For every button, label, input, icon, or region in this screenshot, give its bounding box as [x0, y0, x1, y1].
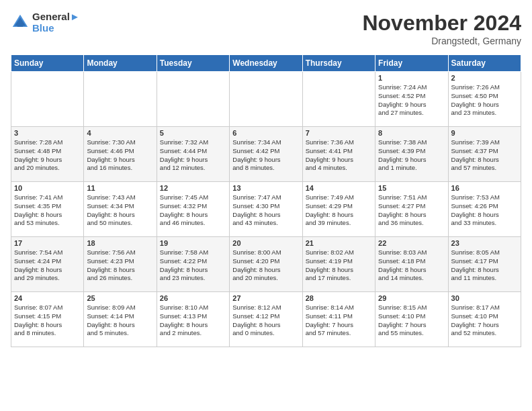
calendar-week-2: 3Sunrise: 7:28 AM Sunset: 4:48 PM Daylig…: [11, 127, 521, 182]
day-number: 19: [160, 239, 226, 247]
col-sunday: Sunday: [11, 55, 84, 72]
day-number: 24: [14, 294, 81, 302]
calendar-week-5: 24Sunrise: 8:07 AM Sunset: 4:15 PM Dayli…: [11, 292, 521, 347]
calendar-week-4: 17Sunrise: 7:54 AM Sunset: 4:24 PM Dayli…: [11, 237, 521, 292]
day-number: 18: [87, 239, 153, 247]
day-info: Sunrise: 7:30 AM Sunset: 4:46 PM Dayligh…: [87, 138, 153, 173]
calendar-cell: 2Sunrise: 7:26 AM Sunset: 4:50 PM Daylig…: [448, 72, 521, 127]
calendar-cell: 26Sunrise: 8:10 AM Sunset: 4:13 PM Dayli…: [157, 292, 229, 347]
day-number: 5: [160, 129, 226, 137]
day-info: Sunrise: 8:14 AM Sunset: 4:11 PM Dayligh…: [306, 304, 372, 338]
header-row: Sunday Monday Tuesday Wednesday Thursday…: [11, 55, 521, 72]
calendar-cell: 11Sunrise: 7:43 AM Sunset: 4:34 PM Dayli…: [84, 182, 157, 237]
title-block: November 2024 Drangstedt, Germany: [362, 11, 521, 46]
day-info: Sunrise: 7:47 AM Sunset: 4:30 PM Dayligh…: [232, 193, 299, 228]
day-info: Sunrise: 7:58 AM Sunset: 4:22 PM Dayligh…: [160, 248, 226, 283]
day-number: 29: [378, 294, 445, 302]
month-title: November 2024: [362, 11, 521, 36]
day-number: 10: [14, 184, 81, 192]
day-info: Sunrise: 7:36 AM Sunset: 4:41 PM Dayligh…: [306, 138, 372, 173]
calendar-cell: 25Sunrise: 8:09 AM Sunset: 4:14 PM Dayli…: [84, 292, 157, 347]
calendar-cell: 10Sunrise: 7:41 AM Sunset: 4:35 PM Dayli…: [11, 182, 84, 237]
day-number: 9: [451, 129, 518, 137]
day-info: Sunrise: 7:34 AM Sunset: 4:42 PM Dayligh…: [232, 138, 299, 173]
day-number: 12: [160, 184, 226, 192]
day-info: Sunrise: 8:09 AM Sunset: 4:14 PM Dayligh…: [87, 304, 153, 338]
day-number: 3: [14, 129, 81, 137]
day-number: 8: [378, 129, 445, 137]
col-thursday: Thursday: [302, 55, 375, 72]
day-number: 27: [232, 294, 299, 302]
day-number: 26: [160, 294, 226, 302]
day-number: 1: [378, 74, 445, 82]
calendar-cell: 5Sunrise: 7:32 AM Sunset: 4:44 PM Daylig…: [157, 127, 229, 182]
day-info: Sunrise: 8:03 AM Sunset: 4:18 PM Dayligh…: [378, 248, 445, 283]
calendar-cell: 28Sunrise: 8:14 AM Sunset: 4:11 PM Dayli…: [302, 292, 375, 347]
calendar-cell: 20Sunrise: 8:00 AM Sunset: 4:20 PM Dayli…: [230, 237, 302, 292]
col-saturday: Saturday: [448, 55, 521, 72]
calendar-cell: 16Sunrise: 7:53 AM Sunset: 4:26 PM Dayli…: [448, 182, 521, 237]
day-info: Sunrise: 8:12 AM Sunset: 4:12 PM Dayligh…: [232, 304, 299, 338]
col-wednesday: Wednesday: [230, 55, 302, 72]
day-number: 28: [306, 294, 372, 302]
page-header: General► Blue November 2024 Drangstedt, …: [11, 11, 521, 46]
svg-rect-2: [17, 23, 23, 27]
calendar-cell: 29Sunrise: 8:15 AM Sunset: 4:10 PM Dayli…: [375, 292, 448, 347]
calendar-cell: 19Sunrise: 7:58 AM Sunset: 4:22 PM Dayli…: [157, 237, 229, 292]
day-number: 15: [378, 184, 445, 192]
day-number: 4: [87, 129, 153, 137]
day-info: Sunrise: 8:00 AM Sunset: 4:20 PM Dayligh…: [232, 248, 299, 283]
calendar-week-1: 1Sunrise: 7:24 AM Sunset: 4:52 PM Daylig…: [11, 72, 521, 127]
calendar-cell: [11, 72, 84, 127]
calendar-cell: 17Sunrise: 7:54 AM Sunset: 4:24 PM Dayli…: [11, 237, 84, 292]
calendar-cell: 24Sunrise: 8:07 AM Sunset: 4:15 PM Dayli…: [11, 292, 84, 347]
col-tuesday: Tuesday: [157, 55, 229, 72]
col-monday: Monday: [84, 55, 157, 72]
calendar-cell: 8Sunrise: 7:38 AM Sunset: 4:39 PM Daylig…: [375, 127, 448, 182]
calendar-cell: 9Sunrise: 7:39 AM Sunset: 4:37 PM Daylig…: [448, 127, 521, 182]
calendar-week-3: 10Sunrise: 7:41 AM Sunset: 4:35 PM Dayli…: [11, 182, 521, 237]
day-number: 16: [451, 184, 518, 192]
day-number: 20: [232, 239, 299, 247]
calendar-cell: 7Sunrise: 7:36 AM Sunset: 4:41 PM Daylig…: [302, 127, 375, 182]
calendar-table: Sunday Monday Tuesday Wednesday Thursday…: [11, 54, 521, 347]
day-number: 21: [306, 239, 372, 247]
day-number: 30: [451, 294, 518, 302]
day-info: Sunrise: 7:41 AM Sunset: 4:35 PM Dayligh…: [14, 193, 81, 228]
logo: General► Blue: [11, 11, 80, 34]
day-number: 22: [378, 239, 445, 247]
day-info: Sunrise: 7:24 AM Sunset: 4:52 PM Dayligh…: [378, 83, 445, 118]
calendar-cell: [84, 72, 157, 127]
calendar-cell: 30Sunrise: 8:17 AM Sunset: 4:10 PM Dayli…: [448, 292, 521, 347]
day-info: Sunrise: 7:32 AM Sunset: 4:44 PM Dayligh…: [160, 138, 226, 173]
day-info: Sunrise: 8:15 AM Sunset: 4:10 PM Dayligh…: [378, 304, 445, 338]
day-info: Sunrise: 7:26 AM Sunset: 4:50 PM Dayligh…: [451, 83, 518, 118]
day-info: Sunrise: 7:45 AM Sunset: 4:32 PM Dayligh…: [160, 193, 226, 228]
location: Drangstedt, Germany: [362, 36, 521, 46]
calendar-cell: 23Sunrise: 8:05 AM Sunset: 4:17 PM Dayli…: [448, 237, 521, 292]
day-number: 11: [87, 184, 153, 192]
day-info: Sunrise: 7:51 AM Sunset: 4:27 PM Dayligh…: [378, 193, 445, 228]
day-info: Sunrise: 7:28 AM Sunset: 4:48 PM Dayligh…: [14, 138, 81, 173]
calendar-cell: 14Sunrise: 7:49 AM Sunset: 4:29 PM Dayli…: [302, 182, 375, 237]
day-info: Sunrise: 8:02 AM Sunset: 4:19 PM Dayligh…: [306, 248, 372, 283]
calendar-cell: 12Sunrise: 7:45 AM Sunset: 4:32 PM Dayli…: [157, 182, 229, 237]
day-info: Sunrise: 7:39 AM Sunset: 4:37 PM Dayligh…: [451, 138, 518, 173]
day-info: Sunrise: 7:49 AM Sunset: 4:29 PM Dayligh…: [306, 193, 372, 228]
calendar-cell: [230, 72, 302, 127]
calendar-cell: 1Sunrise: 7:24 AM Sunset: 4:52 PM Daylig…: [375, 72, 448, 127]
day-number: 23: [451, 239, 518, 247]
day-info: Sunrise: 7:43 AM Sunset: 4:34 PM Dayligh…: [87, 193, 153, 228]
calendar-cell: 3Sunrise: 7:28 AM Sunset: 4:48 PM Daylig…: [11, 127, 84, 182]
day-number: 7: [306, 129, 372, 137]
day-number: 13: [232, 184, 299, 192]
day-number: 25: [87, 294, 153, 302]
day-number: 14: [306, 184, 372, 192]
day-info: Sunrise: 7:38 AM Sunset: 4:39 PM Dayligh…: [378, 138, 445, 173]
calendar-cell: 22Sunrise: 8:03 AM Sunset: 4:18 PM Dayli…: [375, 237, 448, 292]
day-info: Sunrise: 8:07 AM Sunset: 4:15 PM Dayligh…: [14, 304, 81, 338]
day-info: Sunrise: 8:17 AM Sunset: 4:10 PM Dayligh…: [451, 304, 518, 338]
logo-icon: [11, 13, 30, 32]
calendar-cell: 18Sunrise: 7:56 AM Sunset: 4:23 PM Dayli…: [84, 237, 157, 292]
day-info: Sunrise: 7:53 AM Sunset: 4:26 PM Dayligh…: [451, 193, 518, 228]
